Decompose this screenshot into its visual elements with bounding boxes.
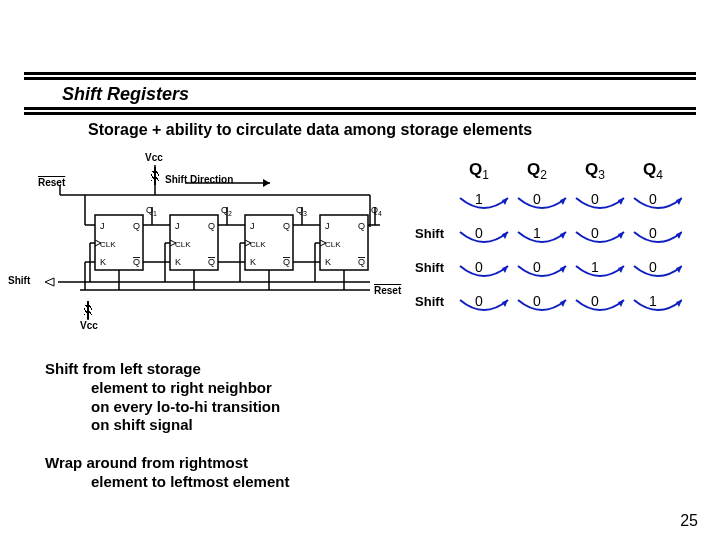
svg-text:Q: Q — [146, 205, 153, 215]
svg-text:3: 3 — [303, 210, 307, 217]
table-row: 1000 — [395, 182, 695, 216]
page-number: 25 — [680, 512, 698, 530]
table-cell: 0 — [624, 191, 682, 207]
under-title-rule-2 — [24, 112, 696, 115]
table-cell: 0 — [450, 293, 508, 309]
table-cell: 0 — [566, 293, 624, 309]
svg-text:CLK: CLK — [325, 240, 341, 249]
table-cell: 1 — [566, 259, 624, 275]
svg-text:Q: Q — [283, 257, 290, 267]
svg-text:J: J — [250, 221, 255, 231]
svg-text:Q: Q — [296, 205, 303, 215]
svg-text:1: 1 — [153, 210, 157, 217]
table-cell: 0 — [566, 191, 624, 207]
table-cell: 0 — [566, 225, 624, 241]
reset-label: Reset — [38, 177, 65, 188]
shift-port-label: Shift — [8, 275, 30, 286]
svg-text:2: 2 — [228, 210, 232, 217]
svg-text:K: K — [250, 257, 256, 267]
table-cell: 1 — [508, 225, 566, 241]
row-event-label: Shift — [395, 260, 450, 275]
table-cell: 0 — [624, 225, 682, 241]
col-header: Q4 — [624, 160, 682, 182]
svg-text:Q: Q — [208, 221, 215, 231]
col-header: Q3 — [566, 160, 624, 182]
svg-text:CLK: CLK — [250, 240, 266, 249]
svg-marker-4 — [263, 179, 270, 187]
svg-text:Q: Q — [208, 257, 215, 267]
table-cell: 0 — [508, 259, 566, 275]
table-row: Shift0010 — [395, 250, 695, 284]
shift-register-diagram: JQ CLK KQ JQ CLK KQ JQ CLK KQ JQ — [40, 155, 410, 330]
table-cell: 1 — [624, 293, 682, 309]
under-title-rule-1 — [24, 107, 696, 110]
svg-text:Q: Q — [358, 221, 365, 231]
page-subtitle: Storage + ability to circulate data amon… — [88, 121, 720, 139]
svg-text:J: J — [175, 221, 180, 231]
svg-text:Q: Q — [221, 205, 228, 215]
table-cell: 0 — [450, 259, 508, 275]
row-event-label: Shift — [395, 294, 450, 309]
resistor-bottom — [87, 301, 89, 319]
svg-text:J: J — [100, 221, 105, 231]
state-sequence-table: Q1 Q2 Q3 Q4 1000Shift0100Shift0010Shift0… — [395, 160, 695, 318]
svg-text:K: K — [325, 257, 331, 267]
table-row: Shift0001 — [395, 284, 695, 318]
table-cell: 0 — [450, 225, 508, 241]
svg-text:Q: Q — [358, 257, 365, 267]
page-title: Shift Registers — [62, 84, 720, 105]
top-rule-1 — [24, 72, 696, 75]
table-cell: 0 — [508, 191, 566, 207]
shift-direction-label: Shift Direction — [165, 174, 233, 185]
resistor-top — [154, 167, 156, 185]
table-cell: 0 — [624, 259, 682, 275]
top-rule-2 — [24, 77, 696, 80]
table-row: Shift0100 — [395, 216, 695, 250]
vcc-bottom-label: Vcc — [80, 320, 98, 331]
svg-text:J: J — [325, 221, 330, 231]
svg-text:K: K — [100, 257, 106, 267]
svg-text:Q: Q — [133, 257, 140, 267]
col-header: Q2 — [508, 160, 566, 182]
row-event-label: Shift — [395, 226, 450, 241]
svg-text:CLK: CLK — [100, 240, 116, 249]
svg-text:Q: Q — [283, 221, 290, 231]
svg-text:4: 4 — [378, 210, 382, 217]
svg-text:Q: Q — [133, 221, 140, 231]
table-cell: 0 — [508, 293, 566, 309]
table-cell: 1 — [450, 191, 508, 207]
table-header-row: Q1 Q2 Q3 Q4 — [395, 160, 695, 182]
svg-text:Q: Q — [371, 205, 378, 215]
vcc-top-label: Vcc — [145, 152, 163, 163]
explanation-text: Shift from left storage element to right… — [45, 360, 289, 491]
col-header: Q1 — [450, 160, 508, 182]
svg-text:CLK: CLK — [175, 240, 191, 249]
svg-text:K: K — [175, 257, 181, 267]
